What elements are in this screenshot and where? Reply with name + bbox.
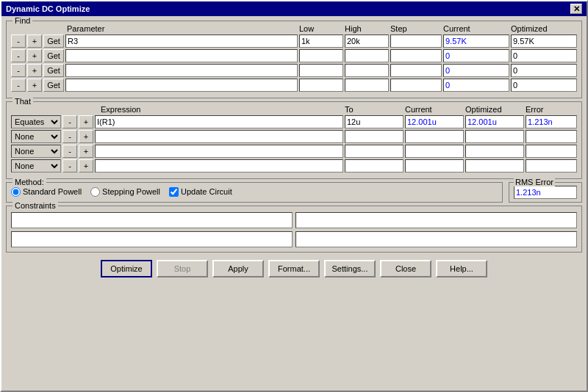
hdr-step: Step <box>390 24 442 33</box>
update-circuit-label[interactable]: Update Circuit <box>169 187 232 197</box>
find-rows: - + Get - + Get - + Get - + Get <box>11 35 577 92</box>
main-window: Dynamic DC Optimize ✕ Find Parameter Low… <box>0 0 588 392</box>
that-expr-0[interactable] <box>95 115 343 128</box>
that-optimized-0[interactable] <box>465 115 524 128</box>
find-get-2[interactable]: Get <box>43 64 64 77</box>
that-minus-1[interactable]: - <box>62 130 77 143</box>
that-equates-2[interactable]: EquatesNone <box>11 145 61 158</box>
that-minus-3[interactable]: - <box>62 159 77 173</box>
find-get-3[interactable]: Get <box>43 79 64 92</box>
find-low-3[interactable] <box>299 79 343 92</box>
stepping-powell-radio[interactable] <box>90 187 100 197</box>
that-to-1[interactable] <box>345 130 404 143</box>
constraint-field-2[interactable] <box>295 212 577 228</box>
find-minus-3[interactable]: - <box>11 79 26 92</box>
find-current-3[interactable] <box>443 79 509 92</box>
find-row-3: - + Get <box>11 79 577 92</box>
that-row-2: EquatesNone - + <box>11 145 577 158</box>
find-high-1[interactable] <box>345 49 389 62</box>
close-button[interactable]: Close <box>380 260 431 277</box>
that-row-3: EquatesNone - + <box>11 159 577 173</box>
update-circuit-checkbox[interactable] <box>169 187 179 197</box>
find-step-0[interactable] <box>390 35 442 48</box>
find-param-1[interactable] <box>65 49 298 62</box>
find-get-0[interactable]: Get <box>43 35 64 48</box>
optimize-button[interactable]: Optimize <box>101 260 152 277</box>
stop-button[interactable]: Stop <box>157 260 208 277</box>
find-high-2[interactable] <box>345 64 389 77</box>
find-optimized-0[interactable] <box>511 35 577 48</box>
that-current-2[interactable] <box>405 145 464 158</box>
find-minus-1[interactable]: - <box>11 49 26 62</box>
find-current-1[interactable] <box>443 49 509 62</box>
find-param-2[interactable] <box>65 64 298 77</box>
format-button[interactable]: Format... <box>268 260 320 277</box>
that-plus-3[interactable]: + <box>79 159 93 173</box>
that-current-3[interactable] <box>405 159 464 173</box>
that-plus-1[interactable]: + <box>79 130 93 143</box>
standard-powell-radio[interactable] <box>11 187 21 197</box>
find-current-0[interactable] <box>443 35 509 48</box>
that-plus-2[interactable]: + <box>79 145 93 158</box>
find-param-0[interactable] <box>65 35 298 48</box>
that-expr-2[interactable] <box>95 145 343 158</box>
find-optimized-1[interactable] <box>511 49 577 62</box>
find-step-2[interactable] <box>390 64 442 77</box>
that-minus-2[interactable]: - <box>62 145 77 158</box>
that-plus-0[interactable]: + <box>79 115 93 128</box>
constraint-field-4[interactable] <box>295 231 577 247</box>
that-error-2[interactable] <box>526 145 577 158</box>
that-to-3[interactable] <box>345 159 404 173</box>
find-optimized-2[interactable] <box>511 64 577 77</box>
stepping-powell-label[interactable]: Stepping Powell <box>90 187 160 197</box>
bottom-buttons: Optimize Stop Apply Format... Settings..… <box>6 255 582 282</box>
find-plus-2[interactable]: + <box>27 64 42 77</box>
that-current-1[interactable] <box>405 130 464 143</box>
that-to-2[interactable] <box>345 145 404 158</box>
that-error-1[interactable] <box>526 130 577 143</box>
title-bar: Dynamic DC Optimize ✕ <box>1 1 587 16</box>
close-window-button[interactable]: ✕ <box>570 4 582 14</box>
that-current-0[interactable] <box>405 115 464 128</box>
standard-powell-label[interactable]: Standard Powell <box>11 187 82 197</box>
that-error-3[interactable] <box>526 159 577 173</box>
find-plus-1[interactable]: + <box>27 49 42 62</box>
that-error-0[interactable] <box>526 115 577 128</box>
hdr-curr: Current <box>405 105 464 114</box>
rms-value-input[interactable] <box>514 186 577 199</box>
find-low-0[interactable] <box>299 35 343 48</box>
that-expr-3[interactable] <box>95 159 343 173</box>
that-to-0[interactable] <box>345 115 404 128</box>
find-step-3[interactable] <box>390 79 442 92</box>
constraint-field-3[interactable] <box>11 231 293 247</box>
that-minus-0[interactable]: - <box>62 115 77 128</box>
constraint-field-1[interactable] <box>11 212 293 228</box>
that-optimized-1[interactable] <box>465 130 524 143</box>
that-spacer <box>14 105 64 114</box>
that-expr-1[interactable] <box>95 130 343 143</box>
hdr-to: To <box>345 105 404 114</box>
find-step-1[interactable] <box>390 49 442 62</box>
settings-button[interactable]: Settings... <box>324 260 376 277</box>
find-current-2[interactable] <box>443 64 509 77</box>
find-high-0[interactable] <box>345 35 389 48</box>
find-get-1[interactable]: Get <box>43 49 64 62</box>
find-plus-0[interactable]: + <box>27 35 42 48</box>
that-optimized-3[interactable] <box>465 159 524 173</box>
that-equates-0[interactable]: EquatesNone <box>11 115 61 128</box>
that-equates-1[interactable]: EquatesNone <box>11 130 61 143</box>
apply-button[interactable]: Apply <box>212 260 264 277</box>
that-row-0: EquatesNone - + <box>11 115 577 128</box>
find-optimized-3[interactable] <box>511 79 577 92</box>
find-high-3[interactable] <box>345 79 389 92</box>
that-equates-3[interactable]: EquatesNone <box>11 159 61 173</box>
constraints-label: Constraints <box>12 201 58 210</box>
find-param-3[interactable] <box>65 79 298 92</box>
that-optimized-2[interactable] <box>465 145 524 158</box>
find-minus-0[interactable]: - <box>11 35 26 48</box>
help-button[interactable]: Help... <box>436 260 487 277</box>
find-minus-2[interactable]: - <box>11 64 26 77</box>
find-low-2[interactable] <box>299 64 343 77</box>
find-low-1[interactable] <box>299 49 343 62</box>
find-plus-3[interactable]: + <box>27 79 42 92</box>
